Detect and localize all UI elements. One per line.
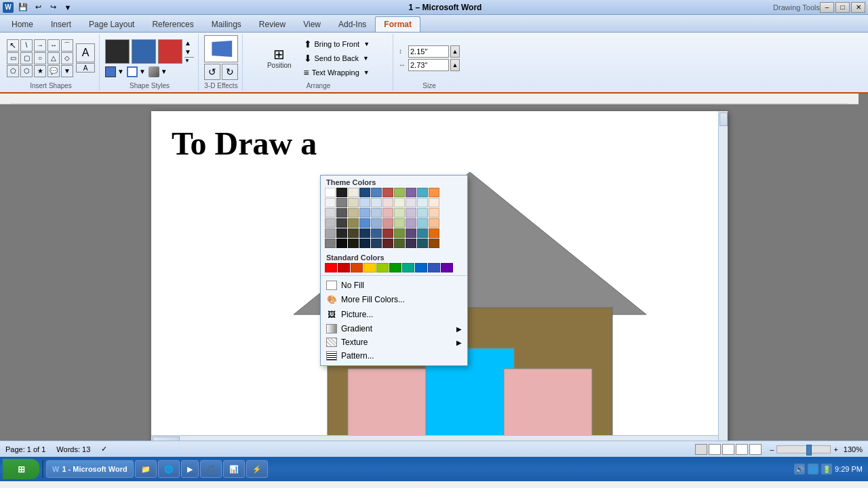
style-swatch-red[interactable]: [158, 39, 182, 64]
taskbar-ie-btn[interactable]: 🌐: [158, 460, 180, 478]
rect-tool[interactable]: ▭: [7, 52, 19, 64]
color-cell[interactable]: [325, 239, 336, 248]
color-cell[interactable]: [371, 198, 382, 207]
standard-color-cell[interactable]: [351, 263, 363, 272]
scroll-thumb-h[interactable]: [153, 436, 180, 441]
color-cell[interactable]: [417, 188, 428, 197]
color-cell[interactable]: [406, 239, 416, 248]
color-cell[interactable]: [371, 188, 382, 197]
tab-references[interactable]: References: [143, 16, 202, 32]
standard-color-cell[interactable]: [338, 263, 350, 272]
color-cell[interactable]: [394, 188, 405, 197]
redo-quick[interactable]: ↪: [46, 1, 60, 14]
color-cell[interactable]: [336, 208, 347, 218]
color-cell[interactable]: [336, 188, 347, 197]
taskbar-media-btn[interactable]: 🎵: [200, 460, 222, 478]
effect-btn[interactable]: ▼: [149, 66, 167, 77]
standard-color-cell[interactable]: [415, 263, 427, 272]
callout-tool[interactable]: 💬: [47, 65, 60, 77]
color-cell[interactable]: [394, 208, 405, 218]
standard-color-cell[interactable]: [402, 263, 414, 272]
3d-effects-btn[interactable]: [204, 35, 238, 62]
standard-color-cell[interactable]: [428, 263, 440, 272]
color-cell[interactable]: [417, 228, 428, 238]
color-cell[interactable]: [325, 218, 336, 228]
style-swatch-black[interactable]: [105, 39, 130, 64]
color-cell[interactable]: [325, 228, 336, 238]
color-cell[interactable]: [394, 239, 405, 248]
width-spin-up[interactable]: ▲: [450, 59, 460, 71]
color-cell[interactable]: [429, 188, 439, 197]
close-btn[interactable]: ✕: [851, 2, 865, 13]
standard-color-cell[interactable]: [376, 263, 389, 272]
color-cell[interactable]: [429, 239, 439, 248]
tab-home[interactable]: Home: [3, 16, 42, 32]
standard-color-cell[interactable]: [363, 263, 376, 272]
color-cell[interactable]: [359, 198, 370, 207]
color-cell[interactable]: [336, 239, 347, 248]
taskbar-player-btn[interactable]: ▶: [181, 460, 199, 478]
color-cell[interactable]: [382, 218, 393, 228]
minimize-btn[interactable]: –: [820, 2, 834, 13]
styles-scroll[interactable]: ▲ ▼ ▼: [184, 39, 194, 64]
color-cell[interactable]: [429, 208, 439, 218]
fullscreen-view-btn[interactable]: [709, 444, 721, 455]
color-cell[interactable]: [429, 218, 439, 228]
texture-item[interactable]: Texture ▶: [321, 336, 467, 349]
color-cell[interactable]: [348, 239, 359, 248]
more-colors-item[interactable]: 🎨 More Fill Colors...: [321, 292, 467, 307]
color-cell[interactable]: [394, 218, 405, 228]
color-cell[interactable]: [348, 218, 359, 228]
position-btn[interactable]: ⊞ Position: [262, 45, 296, 71]
outline-color-btn[interactable]: ▼: [127, 66, 146, 77]
color-cell[interactable]: [325, 208, 336, 218]
color-cell[interactable]: [382, 208, 393, 218]
scrollbar-horizontal[interactable]: [151, 435, 718, 441]
color-cell[interactable]: [359, 228, 370, 238]
rounded-rect-tool[interactable]: ▢: [20, 52, 33, 64]
wordart-tool[interactable]: A: [76, 63, 95, 73]
pattern-item[interactable]: Pattern...: [321, 349, 467, 363]
color-cell[interactable]: [359, 188, 370, 197]
height-spin-up[interactable]: ▲: [450, 45, 460, 58]
print-view-btn[interactable]: [695, 444, 707, 455]
color-cell[interactable]: [406, 188, 416, 197]
bring-front-btn[interactable]: ⬆ Bring to Front ▼: [299, 37, 375, 51]
connector-tool[interactable]: ⌒: [61, 39, 73, 52]
zoom-slider[interactable]: [776, 445, 831, 453]
style-swatch-blue[interactable]: [132, 39, 156, 64]
color-cell[interactable]: [336, 218, 347, 228]
maximize-btn[interactable]: □: [835, 2, 850, 13]
color-cell[interactable]: [406, 198, 416, 207]
rotate-right-btn[interactable]: ↻: [222, 64, 238, 80]
undo-quick[interactable]: ↩: [31, 1, 45, 14]
fill-color-btn[interactable]: ▼: [105, 66, 124, 77]
color-cell[interactable]: [325, 188, 336, 197]
star-tool[interactable]: ★: [34, 65, 46, 77]
web-view-btn[interactable]: [722, 444, 734, 455]
color-cell[interactable]: [348, 188, 359, 197]
width-input[interactable]: [408, 59, 449, 71]
height-input[interactable]: [408, 45, 449, 58]
color-cell[interactable]: [336, 228, 347, 238]
standard-color-cell[interactable]: [441, 263, 453, 272]
zoom-out-btn[interactable]: –: [770, 445, 774, 453]
color-cell[interactable]: [406, 218, 416, 228]
more-quick[interactable]: ▼: [61, 1, 75, 14]
color-cell[interactable]: [382, 188, 393, 197]
zoom-thumb[interactable]: [806, 445, 812, 455]
triangle-tool[interactable]: △: [47, 52, 60, 64]
line-tool[interactable]: \: [20, 39, 33, 52]
color-cell[interactable]: [371, 218, 382, 228]
more-shapes-tool[interactable]: ▼: [61, 65, 73, 77]
tab-format[interactable]: Format: [375, 16, 420, 32]
tab-mailings[interactable]: Mailings: [203, 16, 250, 32]
draft-view-btn[interactable]: [749, 444, 762, 455]
color-cell[interactable]: [429, 228, 439, 238]
scrollbar-vertical[interactable]: [718, 111, 728, 441]
rotate-left-btn[interactable]: ↺: [204, 64, 220, 80]
cursor-tool[interactable]: ↖: [7, 39, 19, 52]
color-cell[interactable]: [417, 239, 428, 248]
color-cell[interactable]: [359, 218, 370, 228]
zoom-in-btn[interactable]: +: [833, 445, 837, 453]
